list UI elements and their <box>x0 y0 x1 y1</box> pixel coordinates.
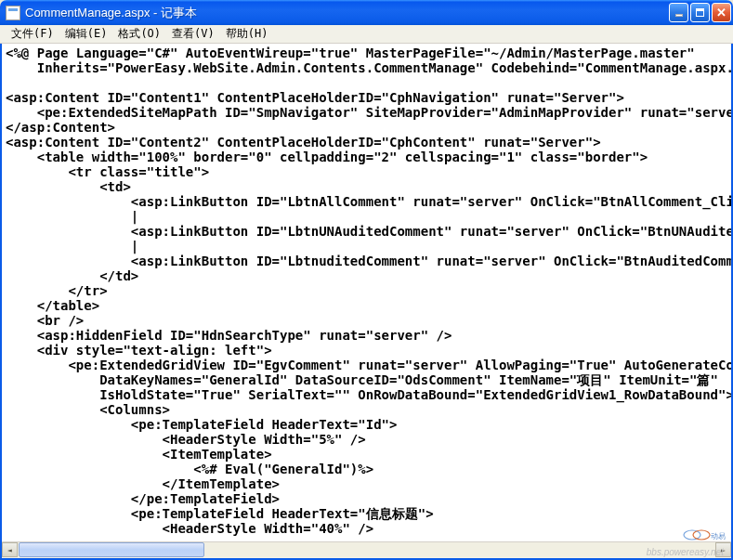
svg-point-0 <box>684 530 700 540</box>
close-button[interactable]: ✕ <box>712 3 731 22</box>
scroll-track[interactable] <box>205 542 715 557</box>
watermark-logo-icon: 动易 <box>683 529 726 541</box>
bottom-area: ◄ ► 动易 bbs.powereasy.net <box>0 541 733 560</box>
watermark-text: bbs.powereasy.net <box>647 547 724 557</box>
menu-edit[interactable]: 编辑(E) <box>59 24 113 44</box>
titlebar: CommentManage.aspx - 记事本 ✕ <box>0 0 733 25</box>
menu-view[interactable]: 查看(V) <box>166 24 220 44</box>
menu-format[interactable]: 格式(O) <box>112 24 166 44</box>
window-title: CommentManage.aspx - 记事本 <box>25 5 669 21</box>
minimize-button[interactable] <box>669 3 688 22</box>
menu-file[interactable]: 文件(F) <box>6 24 59 44</box>
svg-point-1 <box>693 530 710 540</box>
text-editor[interactable]: <%@ Page Language="C#" AutoEventWireup="… <box>0 44 733 541</box>
menu-help[interactable]: 帮助(H) <box>220 24 274 44</box>
horizontal-scrollbar[interactable]: ◄ ► <box>2 541 731 557</box>
maximize-button[interactable] <box>690 3 710 22</box>
svg-text:动易: 动易 <box>711 532 726 540</box>
window-controls: ✕ <box>669 3 731 22</box>
scroll-left-button[interactable]: ◄ <box>2 542 18 557</box>
menubar: 文件(F) 编辑(E) 格式(O) 查看(V) 帮助(H) <box>0 25 733 44</box>
app-icon <box>6 6 20 20</box>
scroll-thumb[interactable] <box>19 542 204 557</box>
